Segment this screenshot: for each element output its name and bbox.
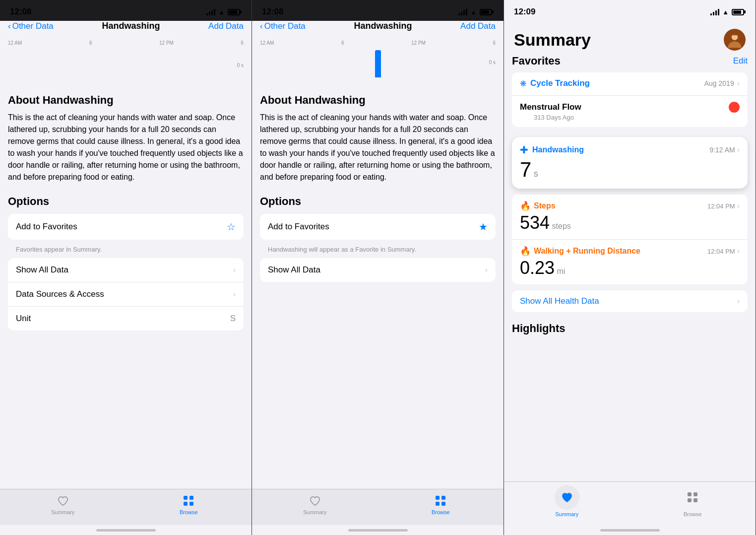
- wifi-icon-2: ▲: [470, 8, 477, 16]
- edit-button-3[interactable]: Edit: [733, 56, 748, 66]
- content-area-1[interactable]: About Handwashing This is the act of cle…: [0, 86, 252, 489]
- handwashing-card-3[interactable]: ✚ Handwashing 9:12 AM › 7 s: [512, 137, 748, 189]
- signal-bars-3: [710, 8, 719, 15]
- show-all-data-item-1[interactable]: Show All Data ›: [8, 258, 244, 282]
- tab-browse-2[interactable]: Browse: [378, 494, 504, 515]
- add-to-favorites-label-1: Add to Favorites: [16, 222, 77, 232]
- home-indicator-2: [252, 525, 504, 535]
- show-all-data-card-2: Show All Data ›: [260, 258, 496, 282]
- chart-labels-1: 12 AM 6 12 PM 6: [8, 40, 244, 46]
- show-all-data-item-2[interactable]: Show All Data ›: [260, 258, 496, 282]
- heart-icon-2: [309, 494, 321, 507]
- battery-1: [228, 9, 242, 15]
- add-to-favorites-label-2: Add to Favorites: [268, 222, 329, 232]
- data-sources-item-1[interactable]: Data Sources & Access ›: [8, 282, 244, 307]
- fav-item-top-menstrual-3: Menstrual Flow: [520, 102, 740, 113]
- svg-rect-4: [436, 496, 440, 500]
- panel-2: 12:08 ▲ ‹ Other Data Handwashing Add Dat…: [252, 0, 504, 535]
- signal-bar-3: [211, 10, 213, 15]
- chart-labels-2: 12 AM 6 12 PM 6: [260, 40, 496, 46]
- about-text-1: This is the act of cleaning your hands w…: [8, 112, 244, 183]
- tab-summary-label-1: Summary: [51, 509, 74, 515]
- tab-summary-2[interactable]: Summary: [252, 494, 378, 515]
- svg-rect-2: [184, 502, 188, 506]
- fav-item-menstrual-3[interactable]: Menstrual Flow 313 Days Ago: [512, 96, 748, 127]
- add-data-button-1[interactable]: Add Data: [208, 21, 244, 31]
- svg-rect-11: [688, 498, 692, 502]
- browse-tab-circle-3: [680, 485, 705, 510]
- home-indicator-1: [0, 525, 252, 535]
- page-title-1: Handwashing: [102, 21, 160, 31]
- signal-bars-1: [206, 8, 215, 15]
- star-icon-1: ☆: [227, 221, 236, 233]
- data-sources-label-1: Data Sources & Access: [16, 289, 104, 299]
- panel-3: 12:09 ▲ Summary: [504, 0, 756, 535]
- tab-bar-2: Summary Browse: [252, 489, 504, 525]
- about-title-2: About Handwashing: [260, 94, 496, 107]
- chevron-right-3: ›: [485, 266, 488, 274]
- unit-label-1: Unit: [16, 314, 31, 324]
- add-data-button-2[interactable]: Add Data: [460, 21, 496, 31]
- options-title-2: Options: [260, 195, 496, 208]
- steps-item-3[interactable]: 🔥 Steps 12:04 PM › 534 steps: [512, 195, 748, 240]
- tab-bar-3: Summary Browse: [504, 481, 756, 525]
- page-title-2: Handwashing: [354, 21, 412, 31]
- home-bar-1: [96, 529, 156, 532]
- chart-bar-2: [375, 50, 381, 77]
- cycle-icon-3: ❋: [520, 79, 526, 88]
- show-all-data-card-1: Show All Data › Data Sources & Access › …: [8, 258, 244, 331]
- svg-rect-9: [688, 492, 692, 496]
- add-to-favorites-card-2: Add to Favorites ★: [260, 214, 496, 240]
- about-text-2: This is the act of cleaning your hands w…: [260, 112, 496, 183]
- tab-browse-3[interactable]: Browse: [630, 485, 756, 517]
- menstrual-flow-name-3: Menstrual Flow: [520, 102, 581, 112]
- avatar-icon-3[interactable]: [724, 29, 746, 51]
- back-button-2[interactable]: ‹ Other Data: [260, 21, 306, 31]
- steps-value-3: 534: [520, 212, 550, 233]
- walking-unit-3: mi: [557, 267, 566, 275]
- nav-bar-1: ‹ Other Data Handwashing Add Data: [0, 21, 252, 36]
- chart-value-1: 0 s: [237, 63, 244, 68]
- cycle-tracking-name-3: Cycle Tracking: [530, 78, 590, 88]
- steps-header-3: 🔥 Steps 12:04 PM ›: [520, 201, 740, 211]
- fav-item-left-cycle-3: ❋ Cycle Tracking: [520, 78, 590, 88]
- steps-left-3: 🔥 Steps: [520, 201, 556, 211]
- battery-tip-3: [744, 10, 746, 13]
- unit-item-1[interactable]: Unit S: [8, 307, 244, 331]
- status-time-3: 12:09: [514, 7, 535, 17]
- add-to-favorites-item-2[interactable]: Add to Favorites ★: [260, 214, 496, 240]
- highlights-heading-3: Highlights: [504, 318, 756, 339]
- fav-item-cycle-3[interactable]: ❋ Cycle Tracking Aug 2019 ›: [512, 72, 748, 96]
- add-to-favorites-item-1[interactable]: Add to Favorites ☆: [8, 214, 244, 240]
- summary-header-3: Summary: [504, 21, 756, 55]
- tab-summary-label-2: Summary: [303, 509, 326, 515]
- chevron-left-icon-1: ‹: [8, 21, 11, 31]
- chart-area-1: 12 AM 6 12 PM 6 0 s: [0, 36, 252, 86]
- avatar-svg-3: [726, 31, 744, 49]
- walking-item-3[interactable]: 🔥 Walking + Running Distance 12:04 PM › …: [512, 240, 748, 284]
- unit-value-1: S: [230, 314, 236, 324]
- summary-tab-circle-3: [555, 485, 579, 510]
- tab-summary-1[interactable]: Summary: [0, 494, 126, 515]
- tab-summary-label-3: Summary: [555, 511, 578, 517]
- panel-1: 12:08 ▲ ‹ Other Data Handwashing Add Dat…: [0, 0, 252, 535]
- chevron-health-3: ›: [737, 297, 740, 306]
- status-icons-3: ▲: [710, 8, 746, 16]
- back-button-1[interactable]: ‹ Other Data: [8, 21, 54, 31]
- add-to-favorites-card-1: Add to Favorites ☆: [8, 214, 244, 240]
- status-time-2: 12:08: [262, 7, 283, 17]
- content-area-2[interactable]: About Handwashing This is the act of cle…: [252, 86, 504, 489]
- flame-icon-steps-3: 🔥: [520, 201, 531, 211]
- favorites-list-3: ❋ Cycle Tracking Aug 2019 › Menstrual Fl…: [512, 72, 748, 127]
- show-all-health-link-3[interactable]: Show All Health Data ›: [512, 290, 748, 312]
- svg-rect-1: [189, 496, 193, 500]
- hw-time-3: 9:12 AM: [709, 146, 735, 154]
- battery-tip-2: [492, 10, 494, 13]
- walking-name-3: Walking + Running Distance: [534, 247, 640, 256]
- tab-browse-1[interactable]: Browse: [126, 494, 252, 515]
- chevron-steps-3: ›: [737, 201, 740, 210]
- content-area-3[interactable]: Favorites Edit ❋ Cycle Tracking Aug 2019…: [504, 55, 756, 481]
- battery-body-1: [228, 9, 240, 15]
- tab-summary-3[interactable]: Summary: [504, 485, 630, 517]
- show-all-data-label-1: Show All Data: [16, 265, 68, 275]
